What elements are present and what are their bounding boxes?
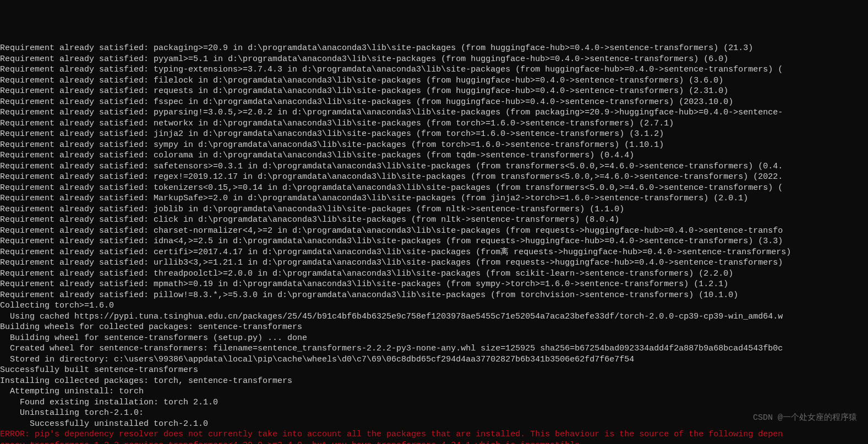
terminal-line: Requirement already satisfied: certifi>=… <box>0 247 868 258</box>
terminal-line: spacy-transformers 1.2.3 requires transf… <box>0 440 868 445</box>
terminal-line: Attempting uninstall: torch <box>0 386 868 397</box>
terminal-line: Requirement already satisfied: colorama … <box>0 150 868 161</box>
terminal-line: Requirement already satisfied: MarkupSaf… <box>0 193 868 204</box>
terminal-line: Requirement already satisfied: joblib in… <box>0 204 868 215</box>
terminal-line: Requirement already satisfied: pyyaml>=5… <box>0 54 868 65</box>
terminal-line: Requirement already satisfied: click in … <box>0 215 868 226</box>
terminal-line: Using cached https://pypi.tuna.tsinghua.… <box>0 311 868 322</box>
terminal-line: Requirement already satisfied: tokenizer… <box>0 183 868 194</box>
terminal-line: Requirement already satisfied: pillow!=8… <box>0 290 868 301</box>
terminal-line: Stored in directory: c:\users\99386\appd… <box>0 354 868 365</box>
terminal-line: Found existing installation: torch 2.1.0 <box>0 397 868 408</box>
terminal-line: Requirement already satisfied: filelock … <box>0 75 868 86</box>
terminal-line: Building wheels for collected packages: … <box>0 322 868 333</box>
terminal-output[interactable]: Requirement already satisfied: packaging… <box>0 43 868 444</box>
terminal-line: Created wheel for sentence-transformers:… <box>0 343 868 354</box>
terminal-line: Successfully uninstalled torch-2.1.0 <box>0 419 868 430</box>
terminal-line: Requirement already satisfied: requests … <box>0 86 868 97</box>
watermark-text: CSDN @一个处女座的程序猿 <box>753 413 857 424</box>
terminal-line: Building wheel for sentence-transformers… <box>0 333 868 344</box>
terminal-line: Requirement already satisfied: charset-n… <box>0 226 868 237</box>
terminal-line: ERROR: pip's dependency resolver does no… <box>0 429 868 440</box>
terminal-line: Requirement already satisfied: packaging… <box>0 43 868 54</box>
terminal-line: Requirement already satisfied: sympy in … <box>0 140 868 151</box>
terminal-line: Requirement already satisfied: fsspec in… <box>0 97 868 108</box>
terminal-line: Requirement already satisfied: regex!=20… <box>0 172 868 183</box>
terminal-line: Requirement already satisfied: urllib3<3… <box>0 257 868 268</box>
terminal-line: Collecting torch>=1.6.0 <box>0 300 868 311</box>
terminal-line: Installing collected packages: torch, se… <box>0 376 868 387</box>
terminal-line: Requirement already satisfied: safetenso… <box>0 161 868 172</box>
terminal-line: Requirement already satisfied: networkx … <box>0 118 868 129</box>
terminal-line: Requirement already satisfied: idna<4,>=… <box>0 236 868 247</box>
terminal-line: Successfully built sentence-transformers <box>0 365 868 376</box>
terminal-line: Requirement already satisfied: typing-ex… <box>0 64 868 75</box>
terminal-line: Requirement already satisfied: threadpoo… <box>0 268 868 279</box>
terminal-line: Requirement already satisfied: jinja2 in… <box>0 129 868 140</box>
terminal-line: Requirement already satisfied: mpmath>=0… <box>0 279 868 290</box>
terminal-line: Requirement already satisfied: pyparsing… <box>0 107 868 118</box>
terminal-line: Uninstalling torch-2.1.0: <box>0 408 868 419</box>
